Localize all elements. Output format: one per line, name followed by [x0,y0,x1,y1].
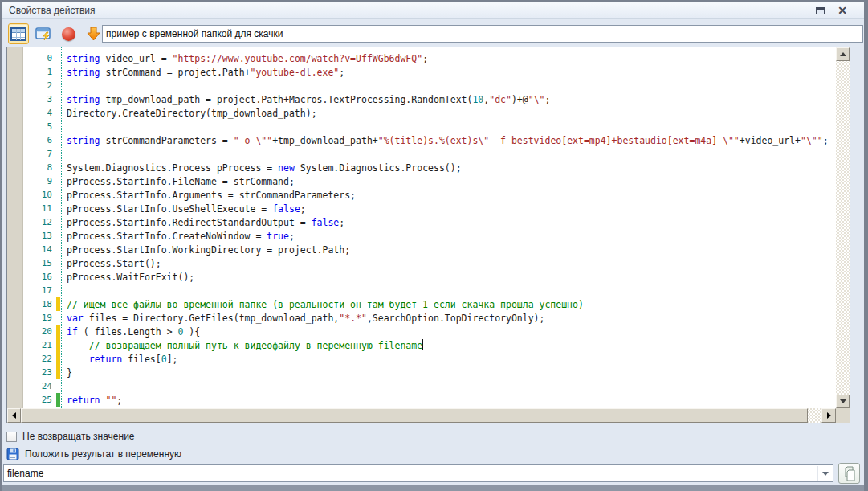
code-line[interactable]: 23} [7,366,835,379]
code-line[interactable]: 1string strCommand = project.Path+"youtu… [7,65,835,79]
code-line[interactable]: 10pProcess.StartInfo.Arguments = strComm… [7,188,835,202]
grid-view-button[interactable] [8,23,29,44]
line-number: 23 [7,367,54,378]
code-editor[interactable]: 0string video_url = "https://www.youtube… [6,47,850,423]
change-marker [56,65,60,79]
line-number: 10 [7,190,54,200]
code-text: var files = Directory.GetFiles(tmp_downl… [67,313,544,324]
record-button[interactable] [58,23,79,44]
code-line[interactable]: 14pProcess.StartInfo.WorkingDirectory = … [7,243,835,256]
titlebar[interactable]: Свойства действия ✕ [2,2,864,19]
variable-value: filename [7,468,43,479]
code-line[interactable]: 5 [7,120,835,133]
code-line[interactable]: 6string strCommandParameters = "-o \""+t… [7,133,835,147]
run-button[interactable] [83,23,104,44]
vertical-scrollbar[interactable] [836,47,850,408]
down-arrow-icon [87,27,100,41]
code-text: pProcess.Start(); [67,258,161,269]
code-line[interactable]: 13pProcess.StartInfo.CreateNoWindow = tr… [7,229,835,243]
code-line[interactable]: 19var files = Directory.GetFiles(tmp_dow… [7,311,835,325]
code-text: pProcess.StartInfo.CreateNoWindow = true… [67,231,295,242]
change-marker [56,202,60,215]
change-marker [56,379,60,393]
record-icon [62,27,75,41]
code-text: string video_url = "https://www.youtube.… [67,53,428,64]
code-line[interactable]: 11pProcess.StartInfo.UseShellExecute = f… [7,202,835,215]
code-text: string strCommandParameters = "-o \""+tm… [67,135,829,146]
line-number: 13 [7,231,54,241]
code-line[interactable]: 22 return files[0]; [7,352,835,366]
code-line[interactable]: 15pProcess.Start(); [7,256,835,270]
code-text: if ( files.Length > 0 ){ [67,326,200,338]
script-window-button[interactable] [33,23,54,44]
horizontal-scrollbar[interactable] [7,408,836,423]
line-number: 4 [7,108,54,118]
copy-button[interactable] [838,463,860,484]
code-line[interactable]: 12pProcess.StartInfo.RedirectStandardOut… [7,215,835,229]
scroll-up-button[interactable] [836,47,850,61]
code-line[interactable]: 16pProcess.WaitForExit(); [7,270,835,284]
code-line[interactable]: 24 [7,379,835,393]
line-number: 25 [7,395,54,405]
no-return-checkbox[interactable] [6,432,17,442]
code-line[interactable]: 20if ( files.Length > 0 ){ [7,325,835,338]
table-grid-icon [10,27,26,41]
arrow-down-icon [840,399,846,403]
change-marker [56,297,60,311]
line-number: 15 [7,258,54,268]
change-marker [56,79,60,92]
change-marker [56,161,60,174]
scroll-right-button[interactable] [821,408,836,423]
change-marker [56,229,60,243]
text-caret [422,339,423,350]
code-text: // возвращаем полный путь к видеофайлу в… [67,339,423,351]
put-result-row[interactable]: Положить результат в переменную [6,448,181,460]
change-marker [56,243,60,256]
combobox-dropdown-button[interactable] [817,466,832,481]
code-text: } [67,367,72,378]
change-marker [56,256,60,270]
change-marker [56,120,60,133]
code-line[interactable]: 18// ищем все файлы во временной папке (… [7,297,835,311]
close-button[interactable]: ✕ [835,4,850,17]
horizontal-scroll-thumb[interactable] [21,408,808,423]
change-marker [56,92,60,106]
code-text: pProcess.StartInfo.UseShellExecute = fal… [67,203,306,215]
code-text: pProcess.StartInfo.RedirectStandardOutpu… [67,217,344,228]
code-text: System.Diagnostics.Process pProcess = ne… [67,162,462,174]
code-text: return files[0]; [67,354,178,365]
change-marker [56,325,60,338]
window-bottom-edge [0,485,868,491]
code-line[interactable]: 25return ""; [7,393,835,407]
code-line[interactable]: 4Directory.CreateDirectory(tmp_download_… [7,106,835,120]
change-marker [56,393,60,407]
code-text: pProcess.StartInfo.FileName = strCommand… [67,176,295,187]
no-return-row[interactable]: Не возвращать значение [6,431,135,442]
maximize-button[interactable] [813,4,827,17]
close-icon: ✕ [837,4,847,17]
action-name-input[interactable] [102,25,863,43]
code-text: pProcess.StartInfo.Arguments = strComman… [67,190,356,201]
scroll-left-button[interactable] [7,408,21,423]
code-text: string strCommand = project.Path+"youtub… [67,67,344,78]
change-marker [56,366,60,379]
code-line[interactable]: 2 [7,79,835,92]
copy-icon [842,466,856,481]
code-line[interactable]: 8System.Diagnostics.Process pProcess = n… [7,161,835,174]
line-number: 20 [7,326,54,337]
change-marker [56,188,60,202]
code-line[interactable]: 17 [7,284,835,297]
scroll-down-button[interactable] [836,395,850,408]
change-marker [56,51,60,65]
code-line[interactable]: 0string video_url = "https://www.youtube… [7,51,835,65]
scrollbar-corner [836,408,850,423]
change-marker [56,215,60,229]
arrow-right-icon [827,412,831,419]
put-result-label: Положить результат в переменную [25,448,181,460]
variable-combobox[interactable]: filename [3,464,833,482]
code-line[interactable]: 21 // возвращаем полный путь к видеофайл… [7,338,835,352]
code-line[interactable]: 3string tmp_download_path = project.Path… [7,92,835,106]
change-marker [56,147,60,161]
code-line[interactable]: 7 [7,147,835,161]
code-line[interactable]: 9pProcess.StartInfo.FileName = strComman… [7,174,835,188]
